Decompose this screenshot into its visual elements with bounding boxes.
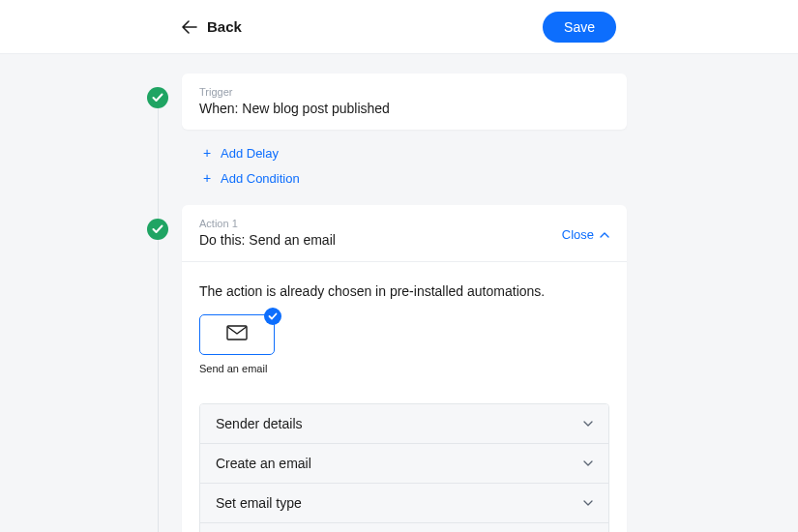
action-title: Do this: Send an email [199, 232, 336, 248]
action-accordion: Sender details Create an email Set email… [199, 403, 609, 532]
action-card-header: Action 1 Do this: Send an email Close [182, 205, 627, 262]
chevron-down-icon [583, 460, 593, 466]
timeline-line [158, 101, 159, 532]
save-button[interactable]: Save [543, 12, 616, 43]
add-delay-label: Add Delay [221, 146, 279, 161]
trigger-card[interactable]: Trigger When: New blog post published [182, 74, 627, 130]
action-type-tile[interactable]: Send an email [199, 314, 275, 374]
tile-label: Send an email [199, 363, 275, 374]
check-badge [147, 87, 168, 108]
workflow-column: Trigger When: New blog post published + … [182, 74, 627, 532]
chevron-down-icon [583, 421, 593, 427]
accordion-row-create[interactable]: Create an email [200, 444, 608, 484]
action-card: Action 1 Do this: Send an email Close Th… [182, 205, 627, 532]
accordion-label: Sender details [216, 416, 303, 431]
accordion-row-type[interactable]: Set email type [200, 484, 608, 523]
chevron-down-icon [583, 500, 593, 506]
action-body: The action is already chosen in pre-inst… [182, 262, 627, 532]
chevron-up-icon [600, 232, 609, 238]
check-icon [264, 308, 281, 325]
back-label: Back [207, 18, 242, 35]
tile-box [199, 314, 275, 355]
close-label: Close [562, 227, 594, 242]
accordion-row-recipients[interactable]: Set recipients [200, 523, 608, 532]
plus-icon: + [201, 145, 213, 161]
accordion-row-sender[interactable]: Sender details [200, 404, 608, 444]
action-badge-label: Action 1 [199, 218, 336, 229]
add-condition-button[interactable]: + Add Condition [201, 170, 627, 186]
close-toggle[interactable]: Close [562, 227, 609, 242]
arrow-left-icon [182, 20, 197, 34]
trigger-badge-label: Trigger [199, 86, 609, 98]
content-area: Trigger When: New blog post published + … [0, 54, 798, 532]
accordion-label: Create an email [216, 456, 311, 471]
trigger-title: When: New blog post published [199, 101, 609, 116]
plus-icon: + [201, 170, 213, 186]
check-badge [147, 219, 168, 240]
add-delay-button[interactable]: + Add Delay [201, 145, 627, 161]
top-bar: Back Save [0, 0, 798, 54]
envelope-icon [226, 325, 248, 344]
action-body-note: The action is already chosen in pre-inst… [199, 283, 609, 299]
add-condition-label: Add Condition [221, 171, 300, 186]
back-button[interactable]: Back [182, 18, 242, 35]
accordion-label: Set email type [216, 495, 302, 511]
add-actions-group: + Add Delay + Add Condition [182, 145, 627, 205]
